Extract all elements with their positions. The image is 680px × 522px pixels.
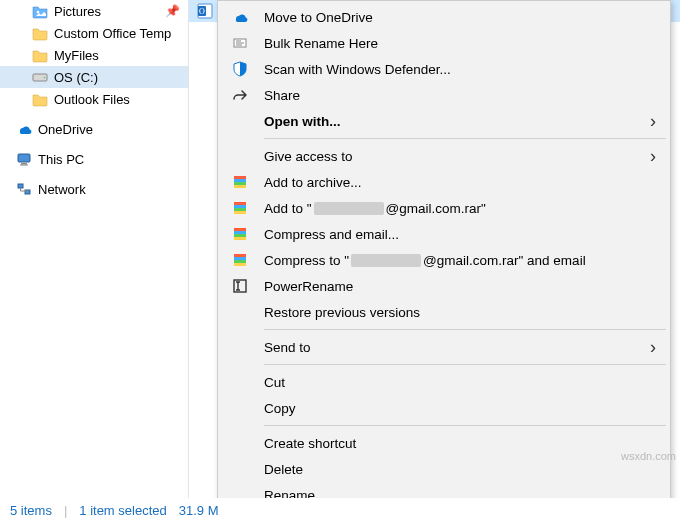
sidebar-item-label: Custom Office Temp (54, 26, 171, 41)
menu-item-label: Copy (264, 401, 638, 416)
pictures-folder-icon (32, 3, 48, 19)
menu-item-label: Open with... (264, 114, 638, 129)
status-size: 31.9 M (179, 503, 219, 518)
menu-item-label: Give access to (264, 149, 638, 164)
sidebar-item-label: MyFiles (54, 48, 99, 63)
svg-text:O: O (199, 7, 205, 16)
menu-separator (264, 329, 666, 330)
sidebar-item-this-pc[interactable]: This PC (0, 148, 188, 170)
menu-item-label: Restore previous versions (264, 305, 638, 320)
menu-item-scan-with-windows-defender[interactable]: Scan with Windows Defender... (220, 56, 668, 82)
menu-item-create-shortcut[interactable]: Create shortcut (220, 430, 668, 456)
sidebar-item-custom-office-temp[interactable]: Custom Office Temp (0, 22, 188, 44)
onedrive-icon (16, 121, 32, 137)
menu-item-give-access-to[interactable]: Give access to› (220, 143, 668, 169)
network-icon (16, 181, 32, 197)
status-item-count: 5 items (10, 503, 52, 518)
menu-item-label: PowerRename (264, 279, 638, 294)
folder-icon (32, 47, 48, 63)
menu-item-label: Add to "@gmail.com.rar" (264, 201, 638, 216)
watermark: wsxdn.com (621, 450, 676, 462)
sidebar-item-label: Network (38, 182, 86, 197)
menu-item-compress-to-gmail-com-rar-and-email[interactable]: Compress to "@gmail.com.rar" and email (220, 247, 668, 273)
navigation-pane: Pictures📌Custom Office TempMyFilesOS (C:… (0, 0, 188, 522)
sidebar-item-onedrive[interactable]: OneDrive (0, 118, 188, 140)
menu-separator (264, 364, 666, 365)
redacted-text (351, 254, 421, 267)
menu-item-label: Compress to "@gmail.com.rar" and email (264, 253, 638, 268)
menu-item-label: Bulk Rename Here (264, 36, 638, 51)
menu-item-restore-previous-versions[interactable]: Restore previous versions (220, 299, 668, 325)
sidebar-item-label: This PC (38, 152, 84, 167)
menu-item-compress-and-email[interactable]: Compress and email... (220, 221, 668, 247)
onedrive-cloud-icon (230, 7, 250, 27)
status-selected: 1 item selected (79, 503, 166, 518)
status-bar: 5 items | 1 item selected 31.9 M (0, 498, 680, 522)
menu-item-label: Add to archive... (264, 175, 638, 190)
redacted-text (314, 202, 384, 215)
menu-item-share[interactable]: Share (220, 82, 668, 108)
powerrename-icon (230, 276, 250, 296)
context-menu: Move to OneDriveBulk Rename HereScan wit… (217, 0, 671, 522)
menu-item-add-to-archive[interactable]: Add to archive... (220, 169, 668, 195)
winrar-icon (230, 198, 250, 218)
menu-item-add-to-gmail-com-rar[interactable]: Add to "@gmail.com.rar" (220, 195, 668, 221)
menu-item-label: Delete (264, 462, 638, 477)
menu-separator (264, 425, 666, 426)
winrar-icon (230, 250, 250, 270)
pc-icon (16, 151, 32, 167)
winrar-icon (230, 224, 250, 244)
chevron-right-icon: › (650, 111, 656, 132)
menu-item-delete[interactable]: Delete (220, 456, 668, 482)
defender-shield-icon (230, 59, 250, 79)
sidebar-item-label: OS (C:) (54, 70, 98, 85)
sidebar-item-label: OneDrive (38, 122, 93, 137)
chevron-right-icon: › (650, 337, 656, 358)
menu-item-bulk-rename-here[interactable]: Bulk Rename Here (220, 30, 668, 56)
pin-icon: 📌 (165, 4, 180, 18)
sidebar-item-pictures[interactable]: Pictures📌 (0, 0, 188, 22)
menu-item-label: Share (264, 88, 638, 103)
sidebar-item-label: Pictures (54, 4, 101, 19)
menu-item-copy[interactable]: Copy (220, 395, 668, 421)
menu-item-cut[interactable]: Cut (220, 369, 668, 395)
drive-icon (32, 69, 48, 85)
menu-separator (264, 138, 666, 139)
menu-item-label: Move to OneDrive (264, 10, 638, 25)
winrar-icon (230, 172, 250, 192)
menu-item-move-to-onedrive[interactable]: Move to OneDrive (220, 4, 668, 30)
sidebar-item-label: Outlook Files (54, 92, 130, 107)
outlook-file-icon: O (197, 3, 213, 19)
sidebar-item-myfiles[interactable]: MyFiles (0, 44, 188, 66)
menu-item-label: Cut (264, 375, 638, 390)
sidebar-item-os-c-[interactable]: OS (C:) (0, 66, 188, 88)
sidebar-item-outlook-files[interactable]: Outlook Files (0, 88, 188, 110)
menu-item-label: Compress and email... (264, 227, 638, 242)
menu-item-send-to[interactable]: Send to› (220, 334, 668, 360)
menu-item-label: Scan with Windows Defender... (264, 62, 638, 77)
folder-icon (32, 91, 48, 107)
menu-item-label: Send to (264, 340, 638, 355)
sidebar-item-network[interactable]: Network (0, 178, 188, 200)
menu-item-open-with[interactable]: Open with...› (220, 108, 668, 134)
chevron-right-icon: › (650, 146, 656, 167)
rename-batch-icon (230, 33, 250, 53)
share-icon (230, 85, 250, 105)
menu-item-powerrename[interactable]: PowerRename (220, 273, 668, 299)
menu-item-label: Create shortcut (264, 436, 638, 451)
folder-icon (32, 25, 48, 41)
